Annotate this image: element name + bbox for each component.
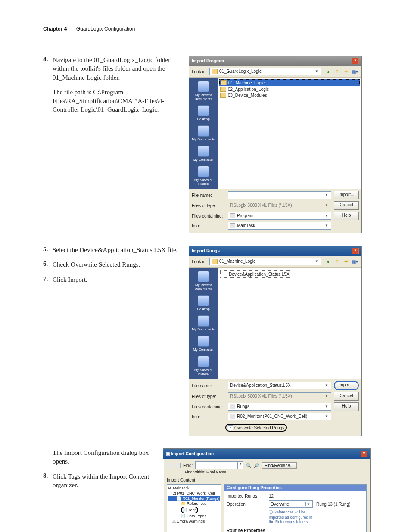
step-number: 8. [43,472,53,490]
new-folder-icon[interactable]: ✚ [342,68,350,75]
places-recent[interactable]: My Recent Documents [190,81,217,101]
find-next-icon[interactable]: 🔎 [254,463,259,468]
tree-program[interactable]: 🗂 P01_CNC_Work_Cell [168,491,220,496]
dialog-title: Import Configuration [171,451,214,456]
chapter-header: Chapter 4 GuardLogix Configuration [43,26,377,34]
file-name-input[interactable]: ▼ [228,191,331,199]
places-computer[interactable]: My Computer [193,146,214,162]
view-menu-icon[interactable]: ▦▾ [351,68,359,75]
find-prev-icon[interactable] [167,463,172,468]
places-network[interactable]: My Network Places [190,356,217,376]
up-one-level-icon[interactable]: ⤴ [333,258,341,265]
import-button[interactable]: Import... [334,191,359,199]
into-dropdown[interactable]: R02_Monitor (P01_CNC_Work_Cell)▼ [228,413,331,420]
file-type-dropdown[interactable]: RSLogix 5000 XML Files (*.L5X)▼ [228,202,331,209]
new-folder-icon[interactable]: ✚ [342,258,350,265]
operation-dropdown[interactable]: Overwrite▼ [269,500,313,508]
file-type-dropdown[interactable]: RSLogix 5000 XML Files (*.L5X)▼ [228,392,331,400]
close-icon[interactable]: × [352,58,359,64]
places-bar: My Recent Documents Desktop My Documents… [189,78,218,189]
import-button[interactable]: Import... [334,381,359,390]
files-containing-label: Files containing: [192,404,225,409]
look-in-dropdown[interactable]: 01_GuardLogix_Logic ▼ [209,68,321,75]
places-documents[interactable]: My Documents [192,315,215,331]
section-routine-props: Routine Properties [224,526,366,532]
overwrite-checkbox[interactable]: ✓ Overwrite Selected Rungs [225,424,287,432]
look-in-label: Look in: [192,69,207,74]
step-7b-text: The Import Configuration dialog box open… [53,448,159,466]
into-label: Into: [192,414,225,419]
tree-routine[interactable]: 📄 R02_Monitor (Rungs) [168,496,220,501]
file-list[interactable]: 01_Machine_Logic 02_Application_Logic 03… [218,78,361,189]
back-icon[interactable]: ◄ [324,68,332,75]
import-content-label: Import Content: [167,478,367,482]
files-containing-label: Files containing: [192,214,225,218]
tree-maintask[interactable]: 🗂 MainTask [168,485,220,491]
up-one-level-icon[interactable]: ⤴ [333,68,341,75]
help-button[interactable]: Help [334,402,359,411]
file-type-label: Files of type: [192,394,225,399]
file-name-label: File name: [192,383,225,388]
folder-item[interactable]: 02_Application_Logic [219,86,360,92]
imported-rungs-value: 12 [269,494,313,498]
help-button[interactable]: Help [334,212,359,220]
file-list[interactable]: Device&Application_Status.L5X [218,268,361,379]
import-program-dialog: Import Program × Look in: 01_GuardLogix_… [189,56,362,233]
places-desktop[interactable]: Desktop [197,295,209,311]
places-computer[interactable]: My Computer [193,336,214,352]
find-icon[interactable]: 🔍 [246,463,251,468]
tree-errors[interactable]: ⚠ Errors/Warnings [168,519,220,524]
step-number: 4. [43,56,53,82]
places-desktop[interactable]: Desktop [197,105,209,121]
into-dropdown[interactable]: MainTask▼ [228,222,331,230]
operation-label: Operation: [227,502,265,507]
step-5-text: Select the Device&Application_Status.L5X… [53,246,185,254]
places-network[interactable]: My Network Places [190,166,217,186]
step-number: 5. [43,246,53,254]
section-configure-rung: Configure Rung Properties [224,485,366,491]
close-icon[interactable]: × [361,451,367,457]
look-in-dropdown[interactable]: 01_Machine_Logic ▼ [209,258,321,265]
file-name-label: File name: [192,193,225,198]
find-next-icon[interactable] [175,463,181,468]
cancel-button[interactable]: Cancel [334,392,359,401]
chapter-title: GuardLogix Configuration [76,26,135,32]
find-within-label: Find Within: Final Name [185,470,367,474]
import-content-tree[interactable]: 🗂 MainTask 🗂 P01_CNC_Work_Cell 📄 R02_Mon… [167,484,221,532]
close-icon[interactable]: × [352,248,359,254]
into-label: Into: [192,224,225,228]
operation-right: Rung 13 (1 Rung) [316,502,364,507]
step-4-path: The file path is C:\Program Files\RA_Sim… [53,88,185,114]
files-containing-dropdown[interactable]: Rungs▼ [228,403,331,411]
look-in-label: Look in: [192,259,207,264]
import-configuration-dialog: ▣ Import Configuration × Find: ▼ 🔍 🔎 Fin… [163,448,371,532]
step-number: 7. [43,275,53,284]
chapter-label: Chapter 4 [43,26,67,32]
folder-item[interactable]: 03_Device_Modules [219,92,360,98]
step-number: 6. [43,260,53,269]
view-menu-icon[interactable]: ▦▾ [351,258,359,265]
folder-item[interactable]: 01_Machine_Logic [219,79,360,86]
file-type-label: Files of type: [192,203,225,208]
find-input[interactable]: ▼ [195,461,243,469]
imported-rungs-label: Imported Rungs: [227,494,265,498]
tree-references[interactable]: 📁 References [168,501,220,506]
file-item[interactable]: Device&Application_Status.L5X [220,270,291,278]
step-4-text: Navigate to the 01_GuardLogix_Logic fold… [53,56,185,82]
find-replace-button[interactable]: Find/Replace... [262,462,296,469]
dialog-title: Import Rungs [192,249,220,253]
places-recent[interactable]: My Recent Documents [190,271,217,291]
tree-tags[interactable]: 📑 Tags [168,507,220,513]
step-8-text: Click Tags within the Import Content org… [53,472,159,490]
operation-note: ⓘ References will be imported as configu… [269,510,313,524]
tree-datatypes[interactable]: 📑 Data Types [168,513,220,519]
step-6-text: Check Overwrite Selected Rungs. [53,260,185,269]
find-label: Find: [183,463,193,468]
places-documents[interactable]: My Documents [192,125,215,141]
import-rungs-dialog: Import Rungs × Look in: 01_Machine_Logic… [189,246,362,436]
files-containing-dropdown[interactable]: Program▼ [228,212,331,220]
cancel-button[interactable]: Cancel [334,201,359,210]
file-name-input[interactable]: Device&Application_Status.L5X▼ [228,382,331,389]
back-icon[interactable]: ◄ [324,258,332,265]
places-bar: My Recent Documents Desktop My Documents… [189,268,218,379]
